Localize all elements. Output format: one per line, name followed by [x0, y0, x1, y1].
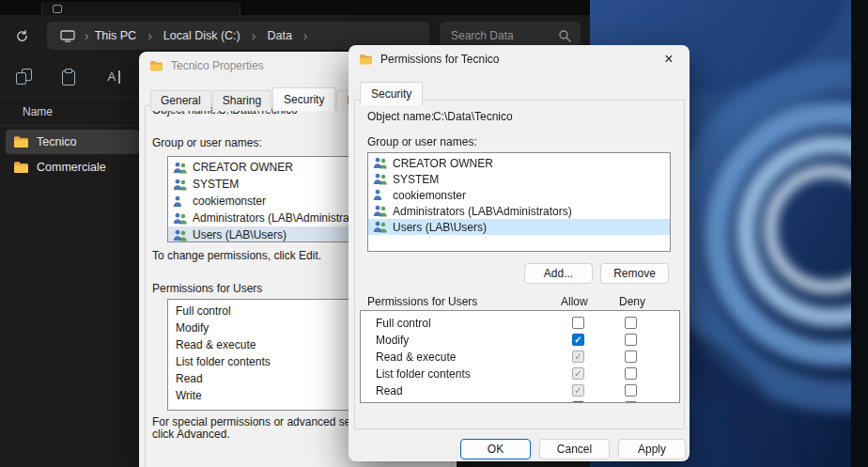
allow-checkbox[interactable]: [572, 317, 584, 329]
cancel-button[interactable]: Cancel: [539, 439, 610, 459]
permission-row: Write: [361, 399, 679, 403]
breadcrumb-item[interactable]: This PC: [93, 28, 162, 43]
folder-list: Tecnico Commerciale: [6, 130, 139, 180]
remove-button[interactable]: Remove: [600, 263, 669, 284]
breadcrumb: This PC Local Disk (C:) Data: [93, 28, 318, 43]
group-list-item[interactable]: SYSTEM: [368, 171, 670, 187]
allow-checkbox[interactable]: [572, 367, 584, 380]
refresh-icon: [15, 29, 29, 43]
tab[interactable]: Sharing: [212, 90, 271, 111]
deny-checkbox[interactable]: [625, 367, 637, 380]
dialog-folder-icon: [359, 54, 373, 65]
object-name-value: C:\Data\Tecnico: [433, 110, 513, 123]
ok-button[interactable]: OK: [460, 439, 531, 459]
add-button[interactable]: Add...: [524, 263, 593, 284]
permission-row: List folder contents: [361, 366, 679, 382]
folder-icon: [13, 161, 29, 174]
deny-checkbox[interactable]: [625, 384, 637, 397]
tab[interactable]: Security: [272, 87, 335, 111]
permissions-for-users-label: Permissions for Users: [152, 282, 262, 295]
folder-tab-icon: [53, 5, 62, 13]
allow-checkbox[interactable]: [572, 350, 584, 363]
group-name: SYSTEM: [193, 178, 239, 191]
paste-icon[interactable]: [56, 65, 81, 89]
group-list-item[interactable]: Administrators (LAB\Administrators): [368, 203, 670, 219]
user-group-icon: [373, 173, 388, 185]
group-name: CREATOR OWNER: [193, 161, 293, 174]
group-names-label: Group or user names:: [367, 135, 477, 148]
permission-row: Modify: [361, 332, 679, 349]
permissions-tabs: Security: [360, 82, 424, 104]
breadcrumb-item[interactable]: Data: [265, 28, 317, 43]
allow-checkbox[interactable]: [572, 384, 584, 397]
folder-name: Tecnico: [37, 135, 76, 148]
permission-name: Read: [176, 372, 203, 385]
permissions-grid: Full control Modify Read & execute: [360, 310, 680, 403]
folder-icon: [13, 135, 29, 148]
group-name: CREATOR OWNER: [393, 157, 493, 170]
explorer-tab-strip: [0, 0, 590, 15]
user-group-icon: [173, 179, 188, 191]
folder-row[interactable]: Commerciale: [6, 155, 139, 179]
breadcrumb-item[interactable]: Local Disk (C:): [162, 28, 266, 43]
refresh-button[interactable]: [8, 23, 36, 49]
group-names-label: Group or user names:: [152, 136, 262, 149]
rename-icon[interactable]: [101, 65, 126, 89]
permissions-dialog-title: Permissions for Tecnico: [380, 53, 500, 66]
permission-row: Read: [361, 382, 679, 399]
deny-checkbox[interactable]: [625, 317, 637, 329]
close-icon: ×: [664, 51, 673, 68]
apply-button[interactable]: Apply: [618, 439, 686, 459]
folder-row[interactable]: Tecnico: [6, 130, 139, 154]
permission-row: Full control: [361, 315, 679, 332]
explorer-window-tab[interactable]: [41, 2, 240, 15]
user-group-icon: [173, 195, 188, 208]
group-list-item[interactable]: Users (LAB\Users): [368, 219, 670, 235]
column-header-label: Name: [23, 105, 53, 118]
permission-name: List folder contents: [176, 355, 271, 368]
permission-name: Modify: [176, 321, 209, 335]
permission-name: Modify: [376, 334, 409, 347]
permission-name: Read & execute: [376, 350, 456, 364]
permission-name: Write: [376, 401, 402, 403]
column-header-name[interactable]: Name: [0, 98, 139, 126]
deny-checkbox[interactable]: [625, 401, 637, 403]
user-group-icon: [373, 205, 388, 217]
permission-name: Write: [176, 389, 202, 402]
advanced-hint-line2: click Advanced.: [152, 428, 230, 441]
group-list: CREATOR OWNER: [367, 152, 671, 252]
object-name-label: Object name:: [367, 110, 434, 123]
screen-right-edge: [851, 0, 868, 467]
user-group-icon: [173, 229, 188, 241]
permission-name: Read & execute: [176, 338, 256, 351]
chevron-icon: [75, 28, 93, 43]
copy-icon[interactable]: [11, 65, 36, 89]
group-name: Administrators (LAB\Administrators): [193, 211, 372, 225]
advanced-hint-line1: For special permissions or advanced sett…: [152, 415, 372, 428]
permissions-dialog-titlebar[interactable]: Permissions for Tecnico ×: [349, 45, 690, 73]
group-list-item[interactable]: CREATOR OWNER: [368, 155, 670, 171]
user-group-icon: [373, 157, 388, 169]
group-name: Users (LAB\Users): [193, 228, 287, 241]
deny-checkbox[interactable]: [625, 350, 637, 363]
group-list-item[interactable]: cookiemonster: [368, 187, 670, 203]
deny-column-header: Deny: [619, 295, 645, 308]
user-group-icon: [173, 162, 188, 174]
close-button[interactable]: ×: [648, 45, 690, 73]
allow-checkbox[interactable]: [572, 334, 584, 346]
search-icon: [558, 29, 571, 42]
group-name: SYSTEM: [393, 173, 439, 186]
tab-security[interactable]: Security: [360, 82, 423, 105]
user-group-icon: [373, 221, 388, 233]
deny-checkbox[interactable]: [625, 334, 637, 346]
permissions-dialog: Permissions for Tecnico × Security Objec…: [349, 45, 690, 461]
screen: This PC Local Disk (C:) Data: [0, 0, 868, 467]
tab[interactable]: General: [150, 90, 211, 111]
permission-name: List folder contents: [376, 367, 471, 381]
permission-name: Full control: [376, 317, 431, 330]
allow-checkbox[interactable]: [572, 401, 584, 403]
properties-dialog-title: Tecnico Properties: [171, 59, 264, 72]
search-input[interactable]: [449, 28, 558, 43]
group-name: cookiemonster: [393, 189, 466, 202]
user-group-icon: [373, 189, 388, 201]
